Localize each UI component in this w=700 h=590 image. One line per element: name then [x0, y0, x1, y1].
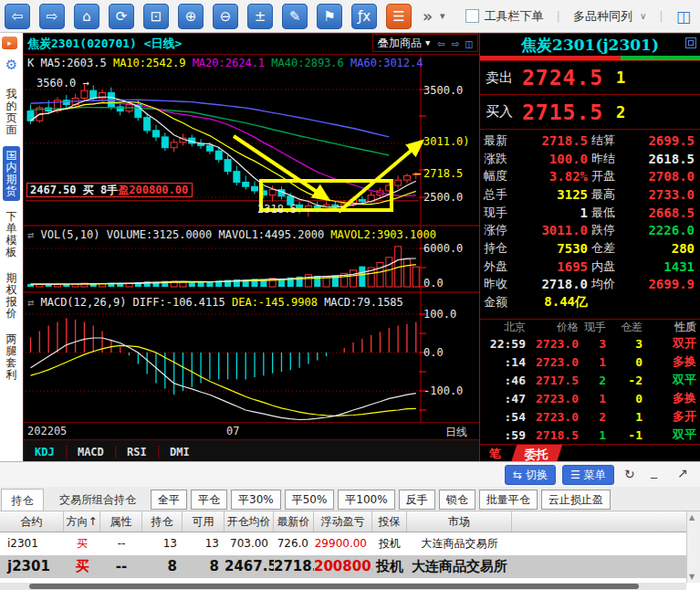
formula-button[interactable]: ƒx	[351, 4, 377, 29]
condition-order-button[interactable]: ±	[247, 4, 273, 29]
chevron-down-icon[interactable]: ∨	[640, 11, 646, 21]
bid-row[interactable]: 买入 2715.5 2	[480, 95, 700, 130]
horizontal-scrollbar[interactable]	[0, 583, 686, 590]
split-panel-icon[interactable]: ◫	[465, 37, 473, 50]
field-value: 2226.0	[632, 223, 696, 237]
zoom-in-button[interactable]: ⊕	[178, 4, 204, 29]
zoom-out-button[interactable]: ⊖	[213, 4, 238, 29]
toolbar-buttons: ⇦⇨⌂⟳⊡⊕⊖±✎⚑ƒx☰	[5, 4, 421, 29]
vertical-scrollbar[interactable]: ▲ ▼	[686, 511, 700, 583]
tick-oi-change: -1	[606, 428, 643, 442]
positions-tab-row: 全平平仓平30%平50%平100%反手锁仓批量平仓云止损止盈 持仓交易所组合持仓	[0, 487, 700, 511]
kline-chart-area[interactable]: K MA5:2603.5 MA10:2542.9 MA20:2624.1 MA4…	[24, 55, 480, 422]
action-button-全平[interactable]: 全平	[151, 490, 187, 510]
action-button-平仓[interactable]: 平仓	[191, 490, 227, 510]
field-value: 2718.5	[524, 133, 591, 148]
overlay-commodity-button[interactable]: 叠加商品	[378, 36, 422, 51]
action-button-锁仓[interactable]: 锁仓	[439, 490, 475, 510]
chart-svg[interactable]	[24, 55, 480, 422]
sidebar-item-国内期货[interactable]: 国内期货	[3, 146, 20, 201]
menu-button[interactable]: ☰菜单	[562, 465, 614, 485]
layout-panel-icon[interactable]: ◫	[676, 7, 691, 26]
field-label: 涨停	[484, 222, 524, 238]
watchlist-button[interactable]: ☰	[386, 4, 412, 29]
cell-direction: 买	[64, 555, 100, 578]
home-button[interactable]: ⌂	[74, 4, 99, 29]
minimize-icon[interactable]: _	[651, 464, 657, 479]
region-select-button[interactable]: ⊡	[143, 4, 169, 29]
field-value: 280	[632, 241, 696, 256]
menu-icon: ☰	[570, 469, 580, 481]
bid-qty: 2	[616, 103, 625, 121]
positions-tab-holdings[interactable]: 持仓	[1, 489, 44, 511]
field-label: 涨跌	[484, 151, 524, 167]
bid-label: 买入	[486, 103, 513, 121]
refresh-button[interactable]: ⟳	[109, 4, 134, 29]
cell-contract: i2301	[0, 532, 64, 555]
quote-field-row: 持仓7530仓差280	[480, 239, 700, 258]
scroll-up-icon[interactable]: ▲	[689, 513, 695, 522]
multi-symbol-dropdown[interactable]: 多品种同列	[573, 8, 632, 25]
positions-tab-combo[interactable]: 交易所组合持仓	[44, 489, 151, 511]
tick-time: 22:59	[484, 337, 526, 351]
tab-separator: │	[112, 446, 119, 458]
switch-icon: ⇆	[513, 469, 522, 481]
indicator-tab-rsi[interactable]: RSI	[127, 446, 147, 458]
hscroll-thumb[interactable]	[29, 584, 639, 589]
field-value: 7530	[524, 241, 591, 256]
sidebar-expand-button[interactable]: ▸	[2, 37, 17, 49]
header-attribute: 属性	[100, 511, 142, 532]
action-button-平30%[interactable]: 平30%	[231, 490, 281, 510]
refresh-icon[interactable]: ↻	[624, 467, 635, 481]
cell-floating-pnl: 29900.00	[314, 532, 372, 555]
sidebar-items: 我的页面国内期货下单模板期权报价两腿套利	[0, 79, 23, 391]
scroll-down-icon[interactable]: ▼	[689, 573, 695, 581]
toolbar-dropdown-icon[interactable]: ▾	[440, 10, 445, 22]
expand-icon[interactable]: ↗	[677, 466, 688, 480]
position-action-buttons: 全平平仓平30%平50%平100%反手锁仓批量平仓云止损止盈	[151, 490, 614, 510]
back-button[interactable]: ⇦	[5, 4, 30, 29]
tick-header: 仓差	[606, 320, 643, 335]
tab-tick[interactable]: 笔	[489, 446, 501, 462]
toolbar-overflow-icon[interactable]: »	[423, 7, 433, 26]
ratio-bar-green	[621, 56, 700, 60]
field-value: 2708.0	[632, 169, 696, 184]
sidebar-item-下单模板[interactable]: 下单模板	[3, 207, 20, 262]
action-button-云止损止盈[interactable]: 云止损止盈	[541, 490, 611, 510]
ask-row[interactable]: 卖出 2724.5 1	[480, 60, 700, 95]
menu-label: 菜单	[584, 468, 606, 483]
forward-button[interactable]: ⇨	[39, 4, 65, 29]
draw-line-button[interactable]: ✎	[282, 4, 308, 29]
field-label: 总手	[484, 186, 524, 203]
sidebar-item-我的页面[interactable]: 我的页面	[3, 85, 20, 140]
indicator-tab-kdj[interactable]: KDJ	[35, 446, 55, 458]
sidebar-item-期权报价[interactable]: 期权报价	[3, 269, 20, 323]
action-button-平50%[interactable]: 平50%	[285, 490, 335, 510]
action-button-平100%[interactable]: 平100%	[338, 490, 394, 510]
header-position: 持仓	[142, 511, 183, 532]
field-value: 1695	[524, 259, 591, 274]
chart-title-bar: 焦炭2301(020701) <日线> 叠加商品 ▼ ⇦ ⇨ ◫	[24, 34, 479, 55]
position-row-i2301[interactable]: i2301买--1313703.00726.029900.00投机大连商品交易所	[0, 532, 700, 555]
chevron-down-icon[interactable]: ▼	[425, 38, 430, 47]
position-row-j2301[interactable]: j2301买--882467.502718.5200800.00投机大连商品交易…	[0, 555, 700, 578]
cell-hedge-flag: 投机	[372, 555, 407, 578]
sidebar-item-两腿套利[interactable]: 两腿套利	[3, 330, 20, 385]
indicator-tab-macd[interactable]: MACD	[78, 446, 104, 458]
indicator-tab-dmi[interactable]: DMI	[170, 446, 190, 458]
tab-order-queue[interactable]: 委托	[511, 445, 562, 463]
next-symbol-icon[interactable]: ⇨	[452, 36, 459, 50]
tick-tabs: 笔 委托	[480, 444, 700, 463]
switch-button[interactable]: ⇆切换	[505, 465, 556, 485]
ask-label: 卖出	[486, 69, 513, 87]
gear-icon[interactable]: ⚙	[0, 57, 23, 73]
flag-order-button[interactable]: ⚑	[317, 4, 342, 29]
action-button-反手[interactable]: 反手	[399, 490, 435, 510]
bottom-control-bar: ⇆切换 ☰菜单 ↻ _ ↗	[0, 461, 700, 487]
action-button-批量平仓[interactable]: 批量平仓	[479, 490, 538, 510]
toolbar-order-checkbox[interactable]	[465, 9, 479, 23]
left-sidebar: ▸ ⚙ 我的页面国内期货下单模板期权报价两腿套利	[0, 33, 23, 461]
restore-window-icon[interactable]	[685, 37, 696, 48]
field-value: 1431	[632, 259, 696, 274]
prev-symbol-icon[interactable]: ⇦	[437, 36, 444, 50]
